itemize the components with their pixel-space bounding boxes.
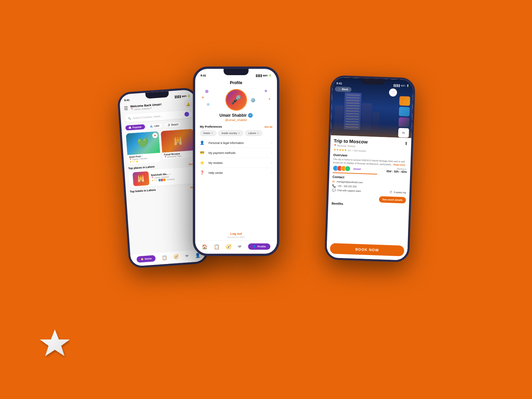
filter-icon[interactable] <box>184 112 189 117</box>
starting-row: Joined Starting in: 05d : 32h : 42m <box>333 165 407 174</box>
card-icon: 💳 <box>200 151 206 155</box>
email-icon: ✉ <box>332 180 335 183</box>
version-text: Version 8.3.5007 <box>197 236 275 238</box>
welcome-section: Welcome Back Umair! 📍 Lahore, Pakistan ▾ <box>128 101 185 111</box>
back-button[interactable]: ← Back <box>335 86 352 92</box>
see-event-button[interactable]: See event details <box>379 196 406 203</box>
cards-grid: 💚 ❤ Heart Pool ✓ 📍 Skardu, Pakistan <box>122 127 200 166</box>
tag-lahore[interactable]: Lahore ✕ <box>245 130 262 136</box>
countdown-bar <box>333 172 377 175</box>
hotel-hero: 7+ 9:41 ▐▐▐▐ WiFi 🔋 ← <box>331 77 413 138</box>
phone-text: +92 - 100 222 333 <box>337 185 356 188</box>
nav-favorites-left[interactable]: ❤ <box>185 253 189 259</box>
center-screen: 9:41 ▐▐▐▐ WiFi 🔋 Profile <box>195 69 277 254</box>
nav-explore-left[interactable]: 🧭 <box>174 254 179 259</box>
avatar-wrap: 🎤 ⚙️ <box>225 89 247 111</box>
status-icons-left: ▐▐▐▐ WiFi 🔋 <box>174 94 191 98</box>
thumb-3[interactable] <box>398 117 409 127</box>
hotel-img: 🕌 <box>133 171 150 186</box>
bottom-nav-center: 🏠 📋 🧭 ❤ 👤 Profile <box>195 240 277 254</box>
thumb-more[interactable]: 7+ <box>398 128 409 138</box>
user-name: Umair Shabbir ✓ <box>219 113 253 118</box>
thumb-1[interactable] <box>399 96 410 106</box>
phone-center: 9:41 ▐▐▐▐ WiFi 🔋 Profile <box>193 66 279 256</box>
star-decoration <box>40 328 70 359</box>
deco-dot-1 <box>205 90 208 93</box>
avatar-ring: 🎤 <box>225 89 247 111</box>
pref-title: My Preferences <box>200 125 222 128</box>
preferences-section: My Preferences See all Hotels ✕ Inside c… <box>195 124 277 137</box>
bottom-nav-left: 🏠 Home 📋 🧭 ❤ 👤 <box>130 249 207 267</box>
svg-marker-0 <box>40 330 70 356</box>
notification-bell[interactable]: 🔔 <box>184 100 192 107</box>
hotel-info: Badshahi Mo... ✓ 📍 Lahore, Pakistan ★ 4.… <box>151 171 193 183</box>
search-icon-left: 🔍 <box>128 117 131 120</box>
deco-dot-2 <box>202 96 204 98</box>
book-now-button[interactable]: BOOK NOW <box>330 243 404 256</box>
tag-hotels[interactable]: Hotels ✕ <box>200 130 216 136</box>
card-img-lake: 💚 ❤ <box>126 131 160 155</box>
menu-reviews[interactable]: ⭐ My reviews › <box>200 158 272 168</box>
nav-home-center[interactable]: 🏠 <box>202 244 207 249</box>
chevron-right-1: › <box>271 141 272 145</box>
avatar-group <box>333 165 351 172</box>
trip-title: Trip to Moscow <box>334 138 368 145</box>
phone-icon: 📞 <box>332 184 336 188</box>
logout-section: Log out Version 8.3.5007 <box>195 230 277 240</box>
avatar-section: 🎤 ⚙️ Umair Shabbir ✓ @umair_shabbir <box>195 86 277 124</box>
chevron-right-3: › <box>271 161 272 165</box>
deco-dot-3 <box>207 103 209 106</box>
notch-center <box>224 69 249 75</box>
gear-icon[interactable]: ⚙️ <box>250 97 256 102</box>
menu-list: 👤 Personal & legal information › 💳 My pa… <box>195 137 277 230</box>
nav-bookings-left[interactable]: 📋 <box>162 255 168 260</box>
avatar-circle: 🎤 <box>226 90 246 110</box>
pref-see-all[interactable]: See all <box>264 125 272 128</box>
menu-payment[interactable]: 💳 My payment methods › <box>200 148 272 158</box>
pill-beach[interactable]: 🏖 Beach <box>164 121 182 128</box>
card-heart-pool[interactable]: 💚 ❤ Heart Pool ✓ 📍 Skardu, Pakistan <box>126 131 161 165</box>
book-now-section: BOOK NOW <box>327 241 408 260</box>
verified-badge: ✓ <box>248 113 253 118</box>
pill-lake[interactable]: 🌊 Lake <box>146 123 163 129</box>
logout-button[interactable]: Log out <box>197 232 275 235</box>
pill-popular[interactable]: 🏔 Popular <box>125 124 145 130</box>
phones-container: 9:41 ▐▐▐▐ WiFi 🔋 ☰ Welcome Back Umair! 📍 <box>116 50 416 349</box>
profile-title: Profile <box>195 78 277 86</box>
hamburger-icon[interactable]: ☰ <box>124 105 129 111</box>
card-img-mosque: 🕌 <box>161 129 195 153</box>
chat-icon: 💬 <box>332 189 336 192</box>
help-icon: ❓ <box>200 171 206 175</box>
pref-tags: Hotels ✕ Inside country ✕ Lahore ✕ <box>200 130 272 136</box>
nav-profile-center[interactable]: 👤 Profile <box>248 243 270 250</box>
countdown: 05d : 32h : 42m <box>386 169 407 173</box>
right-screen: 7+ 9:41 ▐▐▐▐ WiFi 🔋 ← <box>327 77 414 260</box>
phone-right: 7+ 9:41 ▐▐▐▐ WiFi 🔋 ← <box>324 75 415 263</box>
clock-icon: ⏱ <box>389 191 392 194</box>
menu-personal-info[interactable]: 👤 Personal & legal information › <box>200 138 272 148</box>
share-icon[interactable]: ⬆ <box>404 141 408 146</box>
thumb-2[interactable] <box>399 107 410 116</box>
right-content: Trip to Moscow ⬆ 📍 Moscow, Russia ★★★★★ … <box>327 135 411 245</box>
email-text: manager@poethotel.com <box>336 181 363 184</box>
chevron-right-4: › <box>271 171 272 175</box>
notch-right <box>361 78 385 85</box>
app-background: 9:41 ▐▐▐▐ WiFi 🔋 ☰ Welcome Back Umair! 📍 <box>0 0 532 399</box>
menu-help[interactable]: ❓ Help center › <box>200 168 272 178</box>
nav-bookings-center[interactable]: 📋 <box>214 244 219 249</box>
read-more-link[interactable]: Read more <box>393 163 405 166</box>
nav-explore-center[interactable]: 🧭 <box>226 244 231 249</box>
deco-dot-4 <box>265 90 267 92</box>
tag-inside-country[interactable]: Inside country ✕ <box>218 130 243 136</box>
joined-label: Joined <box>353 168 361 170</box>
nav-favorites-center[interactable]: ❤ <box>238 244 242 249</box>
user-handle: @umair_shabbir <box>225 118 247 122</box>
person-icon: 👤 <box>200 141 206 145</box>
nav-home[interactable]: 🏠 Home <box>136 255 156 263</box>
star-icon: ⭐ <box>200 161 206 165</box>
chevron-right-2: › <box>271 151 272 155</box>
card-faisal-mosque[interactable]: 🕌 Faisal Mosque 📍 Islamabad, Paki... <box>161 129 196 162</box>
thumbnail-strip: 7+ <box>398 96 410 138</box>
time-center: 9:41 <box>200 74 206 77</box>
time-left: 9:41 <box>124 98 130 102</box>
